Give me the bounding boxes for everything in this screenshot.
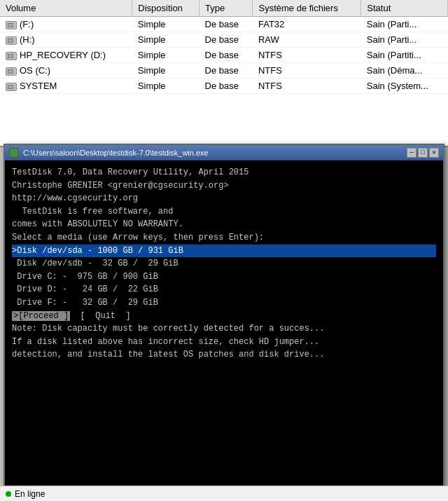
cell-disposition: Simple	[132, 63, 200, 78]
close-button[interactable]: ✕	[429, 148, 439, 158]
terminal-line: Christophe GRENIER <grenier@cgsecurity.o…	[12, 179, 436, 193]
terminal-controls: ─ □ ✕	[407, 148, 439, 158]
cell-type: De base	[200, 17, 253, 32]
maximize-button[interactable]: □	[418, 148, 428, 158]
col-disposition[interactable]: Disposition	[132, 0, 200, 17]
cell-disposition: Simple	[132, 48, 200, 63]
status-bar: En ligne	[0, 486, 448, 501]
col-volume[interactable]: Volume	[0, 0, 132, 17]
terminal-line: http://www.cgsecurity.org	[12, 192, 436, 205]
terminal-titlebar: C:\Users\saloon\Desktop\testdisk-7.0\tes…	[5, 145, 443, 160]
cell-disposition: Simple	[132, 32, 200, 48]
terminal-line: Drive F: - 32 GB / 29 GiB	[12, 296, 436, 310]
terminal-title: C:\Users\saloon\Desktop\testdisk-7.0\tes…	[23, 149, 407, 157]
minimize-button[interactable]: ─	[407, 148, 416, 158]
status-text: En ligne	[15, 489, 45, 499]
cell-volume: OS (C:)	[0, 63, 132, 78]
table-row[interactable]: (H:) Simple De base RAW Sain (Parti...	[0, 32, 448, 48]
status-indicator	[6, 491, 11, 497]
cell-volume: HP_RECOVERY (D:)	[0, 48, 132, 63]
terminal-window: C:\Users\saloon\Desktop\testdisk-7.0\tes…	[4, 144, 444, 487]
terminal-line: Select a media (use Arrow keys, then pre…	[12, 231, 436, 245]
cell-volume: (H:)	[0, 32, 132, 48]
terminal-line: Drive C: - 975 GB / 900 GiB	[12, 270, 436, 284]
cell-filesystem: NTFS	[253, 78, 361, 94]
cell-statut: Sain (Parti...	[361, 32, 448, 48]
cell-type: De base	[200, 63, 253, 78]
disk-management-table: Volume Disposition Type Système de fichi…	[0, 0, 448, 94]
table-row[interactable]: (F:) Simple De base FAT32 Sain (Parti...	[0, 17, 448, 32]
cell-statut: Sain (Déma...	[361, 63, 448, 78]
col-type[interactable]: Type	[200, 0, 253, 17]
terminal-line: >[Proceed ] [ Quit ]	[12, 310, 436, 323]
table-row[interactable]: SYSTEM Simple De base NTFS Sain (System.…	[0, 78, 448, 94]
explorer-section: Volume Disposition Type Système de fichi…	[0, 0, 448, 147]
cell-filesystem: RAW	[253, 32, 361, 48]
cell-disposition: Simple	[132, 78, 200, 94]
cell-volume: (F:)	[0, 17, 132, 32]
col-statut[interactable]: Statut	[361, 0, 448, 17]
cell-volume: SYSTEM	[0, 78, 132, 94]
terminal-app-icon	[9, 148, 19, 158]
col-filesystem[interactable]: Système de fichiers	[253, 0, 361, 17]
cell-filesystem: NTFS	[253, 63, 361, 78]
terminal-line: comes with ABSOLUTELY NO WARRANTY.	[12, 218, 436, 231]
cell-statut: Sain (Partiti...	[361, 48, 448, 63]
cell-type: De base	[200, 78, 253, 94]
table-row[interactable]: OS (C:) Simple De base NTFS Sain (Déma..…	[0, 63, 448, 78]
terminal-line: detection, and install the latest OS pat…	[12, 348, 436, 362]
terminal-line: Note: Disk capacity must be correctly de…	[12, 322, 436, 336]
table-row[interactable]: HP_RECOVERY (D:) Simple De base NTFS Sai…	[0, 48, 448, 63]
terminal-body: TestDisk 7.0, Data Recovery Utility, Apr…	[5, 160, 443, 486]
terminal-line: Drive D: - 24 GB / 22 GiB	[12, 283, 436, 296]
terminal-line: If a disk listed above has incorrect siz…	[12, 336, 436, 349]
cell-type: De base	[200, 32, 253, 48]
cell-type: De base	[200, 48, 253, 63]
terminal-line: Disk /dev/sdb - 32 GB / 29 GiB	[12, 257, 436, 270]
cell-filesystem: NTFS	[253, 48, 361, 63]
terminal-line: TestDisk is free software, and	[12, 205, 436, 219]
terminal-line: >Disk /dev/sda - 1000 GB / 931 GiB	[12, 245, 436, 258]
cell-statut: Sain (System...	[361, 78, 448, 94]
terminal-line: TestDisk 7.0, Data Recovery Utility, Apr…	[12, 166, 436, 179]
cell-statut: Sain (Parti...	[361, 17, 448, 32]
cell-disposition: Simple	[132, 17, 200, 32]
cell-filesystem: FAT32	[253, 17, 361, 32]
